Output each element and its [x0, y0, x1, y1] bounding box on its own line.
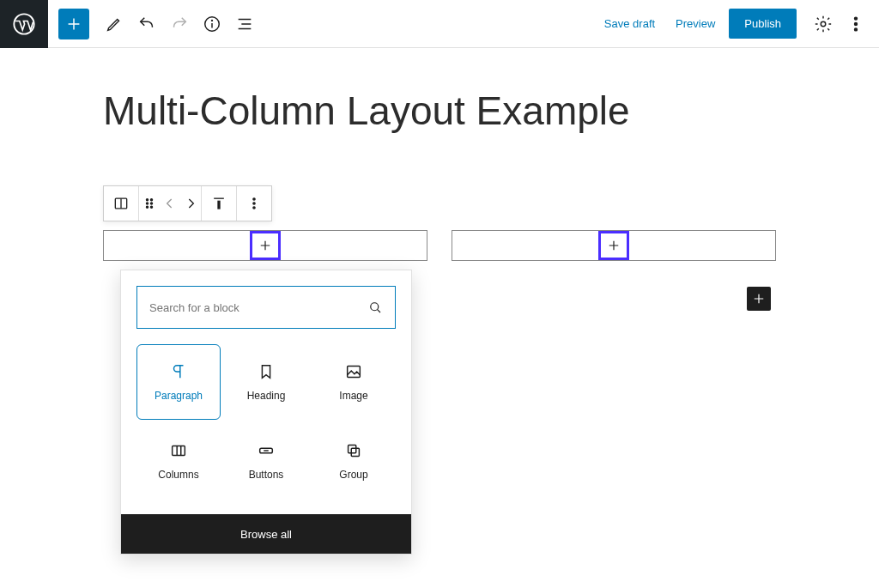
wordpress-icon	[12, 12, 36, 36]
undo-icon	[137, 15, 156, 33]
settings-button[interactable]	[807, 8, 840, 40]
editor-canvas: Multi-Column Layout Example	[0, 48, 879, 133]
redo-icon	[170, 15, 189, 33]
svg-point-6	[855, 22, 858, 25]
block-grid: Paragraph Heading Image Columns Buttons	[136, 344, 396, 511]
svg-point-4	[821, 21, 826, 27]
svg-rect-24	[173, 446, 185, 456]
block-search[interactable]	[136, 286, 396, 329]
block-inserter-popover: Paragraph Heading Image Columns Buttons	[120, 270, 412, 555]
append-block-button[interactable]	[747, 287, 771, 311]
group-icon	[344, 441, 363, 460]
block-tile-paragraph[interactable]: Paragraph	[136, 344, 221, 420]
columns-block-icon	[112, 195, 130, 212]
paragraph-icon	[169, 362, 188, 381]
info-icon	[203, 15, 221, 33]
options-button[interactable]	[840, 8, 872, 40]
column-1-add-block[interactable]	[250, 231, 281, 260]
svg-point-11	[150, 199, 152, 201]
block-tile-label: Image	[339, 390, 367, 402]
plus-icon	[606, 238, 621, 253]
image-icon	[344, 362, 363, 381]
pencil-icon	[105, 15, 124, 33]
button-icon	[257, 441, 276, 460]
block-tile-label: Columns	[158, 469, 198, 481]
block-tile-group[interactable]: Group	[312, 423, 396, 499]
redo-button[interactable]	[163, 8, 196, 40]
block-tile-image[interactable]: Image	[312, 344, 396, 420]
svg-rect-29	[349, 446, 356, 453]
svg-point-3	[212, 20, 213, 21]
block-tile-label: Group	[339, 469, 367, 481]
undo-button[interactable]	[130, 8, 163, 40]
browse-all-button[interactable]: Browse all	[121, 514, 411, 554]
svg-point-21	[371, 303, 379, 311]
editor-top-toolbar: Save draft Preview Publish	[0, 0, 879, 48]
align-icon	[210, 195, 227, 212]
preview-button[interactable]: Preview	[665, 10, 725, 37]
svg-point-10	[146, 199, 148, 201]
move-right-button[interactable]	[180, 186, 201, 221]
details-button[interactable]	[196, 8, 228, 40]
drag-icon	[141, 195, 158, 212]
post-title[interactable]: Multi-Column Layout Example	[0, 89, 879, 133]
tools-button[interactable]	[98, 8, 130, 40]
kebab-icon	[246, 195, 263, 212]
block-search-input[interactable]	[149, 301, 367, 314]
block-inserter-toggle[interactable]	[58, 9, 89, 39]
gear-icon	[814, 15, 833, 33]
toolbar-left	[48, 8, 261, 40]
toolbar-right: Save draft Preview Publish	[594, 8, 879, 40]
block-tile-columns[interactable]: Columns	[136, 423, 221, 499]
kebab-icon	[846, 15, 865, 33]
block-type-button[interactable]	[104, 186, 138, 221]
svg-point-5	[855, 17, 858, 20]
svg-point-20	[253, 207, 255, 209]
block-tile-label: Buttons	[249, 469, 284, 481]
svg-point-15	[150, 206, 152, 208]
plus-icon	[751, 291, 767, 306]
svg-point-19	[253, 203, 255, 204]
svg-point-18	[253, 198, 255, 200]
drag-handle[interactable]	[139, 186, 160, 221]
svg-point-14	[146, 206, 148, 208]
svg-rect-23	[348, 367, 361, 378]
column-2[interactable]	[452, 230, 776, 261]
block-tile-heading[interactable]: Heading	[224, 344, 308, 420]
block-tile-buttons[interactable]: Buttons	[224, 423, 308, 499]
plus-icon	[258, 238, 273, 253]
search-icon	[367, 300, 383, 315]
move-left-button[interactable]	[160, 186, 180, 221]
svg-rect-17	[217, 201, 220, 209]
svg-point-7	[855, 27, 858, 30]
wordpress-logo-button[interactable]	[0, 0, 48, 48]
chevron-right-icon	[182, 195, 199, 212]
column-1[interactable]	[103, 230, 427, 261]
svg-rect-30	[351, 448, 359, 456]
list-view-icon	[235, 15, 254, 33]
save-draft-button[interactable]: Save draft	[594, 10, 665, 37]
block-toolbar	[103, 185, 272, 221]
svg-line-22	[378, 310, 380, 312]
block-tile-label: Heading	[247, 390, 286, 402]
columns-block	[103, 230, 776, 261]
block-tile-label: Paragraph	[155, 390, 203, 402]
bookmark-icon	[257, 362, 276, 381]
align-button[interactable]	[202, 186, 236, 221]
plus-icon	[64, 15, 83, 33]
list-view-button[interactable]	[228, 8, 261, 40]
columns-icon	[169, 441, 188, 460]
publish-button[interactable]: Publish	[729, 9, 797, 39]
block-more-options[interactable]	[237, 186, 271, 221]
svg-point-13	[150, 203, 152, 204]
column-2-add-block[interactable]	[598, 231, 629, 260]
chevron-left-icon	[161, 195, 179, 212]
svg-point-12	[146, 203, 148, 204]
